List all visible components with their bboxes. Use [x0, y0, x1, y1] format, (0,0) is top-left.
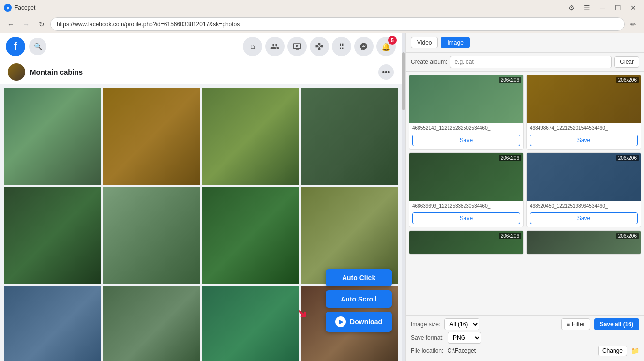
- download-label: Download: [350, 318, 382, 326]
- save-button[interactable]: Save: [412, 135, 520, 146]
- facebook-logo-text: f: [14, 40, 17, 53]
- photo-cell[interactable]: [4, 286, 101, 361]
- faceget-panel: Video Image Create album: Clear 206x206 …: [405, 33, 644, 361]
- folder-icon[interactable]: 📁: [631, 347, 639, 355]
- close-button[interactable]: ✕: [627, 3, 640, 13]
- refresh-button[interactable]: ↻: [35, 17, 48, 31]
- faceget-item: 206x206 468498674_122125201544534460_ Sa…: [526, 75, 641, 150]
- url-input[interactable]: [50, 17, 625, 31]
- forward-button[interactable]: →: [19, 17, 33, 31]
- clear-button[interactable]: Clear: [614, 56, 639, 68]
- search-button[interactable]: 🔍: [29, 38, 46, 55]
- facebook-panel: f 🔍 ⌂ ⠿ 🔔: [0, 33, 402, 361]
- scrollbar[interactable]: [402, 33, 405, 361]
- filter-icon: ≡: [567, 321, 570, 328]
- faceget-thumbnail[interactable]: 206x206: [527, 153, 641, 201]
- photo-cell[interactable]: [301, 88, 398, 185]
- floating-buttons: Auto Click Auto Scroll ▶ Download: [326, 269, 392, 332]
- image-size-badge: 206x206: [499, 155, 521, 161]
- bottom-controls: Image size: All (16) ≡ Filter Save all (…: [406, 315, 644, 361]
- video-icon[interactable]: [287, 37, 307, 56]
- faceget-item: 206x206: [526, 230, 641, 255]
- image-size-badge: 206x206: [616, 77, 639, 83]
- image-size-badge: 206x206: [499, 77, 521, 83]
- gaming-icon[interactable]: [310, 37, 329, 56]
- file-location-label: File location:: [411, 347, 443, 354]
- file-location-row: File location: C:\Faceget Change 📁: [411, 346, 639, 356]
- faceget-thumbnail[interactable]: 206x206: [527, 231, 641, 255]
- save-button[interactable]: Save: [412, 212, 520, 224]
- more-options-button[interactable]: •••: [378, 64, 394, 80]
- home-icon[interactable]: ⌂: [243, 37, 262, 56]
- filename: 468552140_122125282502534460_: [412, 125, 520, 131]
- addressbar: ← → ↻ ✏: [0, 15, 644, 33]
- item-info: 468639699_122125338230534460_: [409, 201, 523, 211]
- item-info: 468498674_122125201544534460_: [527, 123, 641, 133]
- photo-cell[interactable]: [4, 187, 101, 285]
- faceget-thumbnail[interactable]: 206x206: [409, 75, 523, 123]
- image-size-select[interactable]: All (16): [444, 318, 479, 330]
- save-button[interactable]: Save: [530, 135, 638, 146]
- faceget-thumbnail[interactable]: 206x206: [409, 231, 523, 255]
- photo-cell[interactable]: [202, 286, 299, 361]
- photo-cell[interactable]: [202, 187, 299, 285]
- scroll-thumb[interactable]: [402, 52, 405, 110]
- svg-text:F: F: [7, 6, 9, 11]
- item-info: 468520450_122125198964534460_: [527, 201, 641, 211]
- auto-scroll-button[interactable]: Auto Scroll: [326, 290, 392, 308]
- save-button[interactable]: Save: [530, 212, 638, 224]
- filter-label: Filter: [572, 321, 585, 328]
- file-location-value: C:\Faceget: [447, 347, 476, 354]
- video-type-button[interactable]: Video: [411, 37, 438, 48]
- image-size-badge: 206x206: [499, 233, 521, 239]
- titlebar: F Faceget ⚙ ☰ ─ ☐ ✕: [0, 0, 644, 15]
- download-icon: ▶: [335, 316, 346, 327]
- auto-click-button[interactable]: Auto Click: [326, 269, 392, 286]
- facebook-logo: f: [6, 37, 25, 56]
- titlebar-left: F Faceget: [4, 4, 35, 12]
- format-select[interactable]: PNG JPG WEBP: [448, 332, 481, 344]
- faceget-image-grid: 206x206 468552140_122125282502534460_ Sa…: [406, 72, 644, 315]
- photo-cell[interactable]: [4, 88, 101, 185]
- pencil-icon[interactable]: ✏: [627, 17, 640, 31]
- faceget-item: 206x206 468639699_122125338230534460_ Sa…: [409, 152, 524, 227]
- album-label: Create album:: [411, 59, 447, 65]
- item-info: 468552140_122125282502534460_: [409, 123, 523, 133]
- photo-cell[interactable]: [202, 88, 299, 185]
- main-layout: f 🔍 ⌂ ⠿ 🔔: [0, 33, 644, 361]
- save-format-label: Save format:: [411, 334, 444, 341]
- notifications-icon[interactable]: 🔔 5: [376, 37, 396, 56]
- profile-avatar: [8, 63, 25, 81]
- faceget-item: 206x206 468552140_122125282502534460_ Sa…: [409, 75, 524, 150]
- change-button[interactable]: Change: [598, 346, 627, 356]
- messenger-icon[interactable]: [354, 37, 374, 56]
- apps-icon[interactable]: ⠿: [332, 37, 351, 56]
- save-all-button[interactable]: Save all (16): [594, 318, 639, 330]
- profile-name: Montain cabins: [30, 68, 374, 76]
- image-type-button[interactable]: Image: [441, 37, 469, 48]
- image-size-label: Image size:: [411, 321, 440, 328]
- photo-cell[interactable]: [103, 187, 200, 285]
- filter-button[interactable]: ≡ Filter: [561, 318, 590, 330]
- profile-header: Montain cabins •••: [0, 60, 402, 84]
- settings-button[interactable]: ⚙: [565, 3, 578, 13]
- titlebar-controls: ⚙ ☰ ─ ☐ ✕: [565, 3, 640, 13]
- menu-button[interactable]: ☰: [580, 3, 594, 13]
- nav-icons: ⌂ ⠿ 🔔 5: [243, 37, 396, 56]
- download-button[interactable]: ▶ Download: [326, 312, 392, 332]
- photo-cell[interactable]: [103, 286, 200, 361]
- format-controls-row: Save format: PNG JPG WEBP: [411, 332, 639, 344]
- photo-grid-container[interactable]: ➜ Auto Click Auto Scroll ▶ Download: [0, 84, 402, 361]
- back-button[interactable]: ←: [4, 17, 17, 31]
- friends-icon[interactable]: [265, 37, 285, 56]
- photo-cell[interactable]: [103, 88, 200, 185]
- faceget-thumbnail[interactable]: 206x206: [527, 75, 641, 123]
- filename: 468520450_122125198964534460_: [530, 203, 638, 209]
- album-row: Create album: Clear: [406, 53, 644, 72]
- facebook-nav: f 🔍 ⌂ ⠿ 🔔: [0, 33, 402, 60]
- maximize-button[interactable]: ☐: [611, 3, 625, 13]
- type-toggle: Video Image: [406, 33, 644, 53]
- minimize-button[interactable]: ─: [596, 3, 609, 13]
- album-input[interactable]: [450, 56, 612, 68]
- faceget-thumbnail[interactable]: 206x206: [409, 153, 523, 201]
